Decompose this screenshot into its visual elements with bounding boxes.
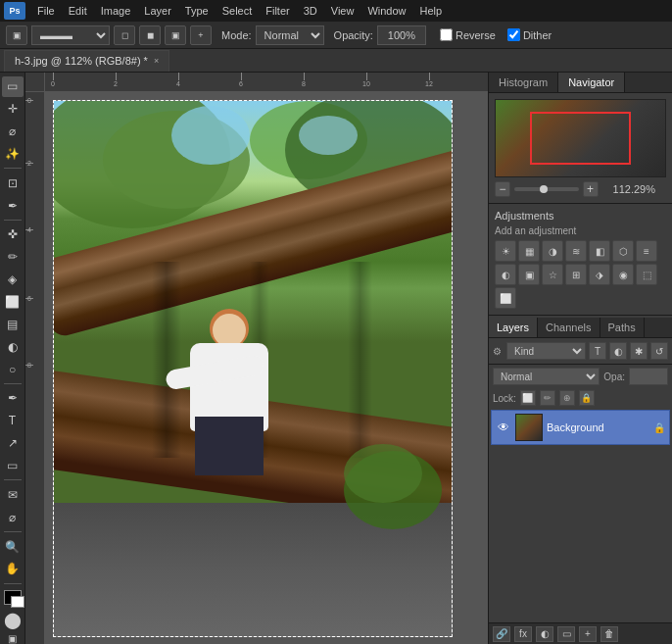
menu-edit[interactable]: Edit [63,3,93,19]
opacity-value[interactable] [629,368,668,385]
tool-move[interactable]: ✛ [2,99,24,120]
filter-kind-select[interactable]: Kind [506,342,586,360]
tool-shape[interactable]: ▭ [2,456,24,476]
tool-zoom[interactable]: 🔍 [2,536,24,557]
adj-exposure[interactable]: ≋ [565,240,587,262]
adj-brightness[interactable]: ☀ [495,240,516,262]
tab-paths[interactable]: Paths [600,318,645,337]
adj-gradient-map[interactable]: ⬜ [495,287,516,309]
tool-eyedropper[interactable]: ✒ [2,195,24,216]
adj-curves[interactable]: ◑ [542,240,563,262]
nav-slider-thumb[interactable] [540,185,548,193]
tool-path[interactable]: ↗ [2,433,24,454]
zoom-out-btn[interactable]: − [495,181,510,197]
menu-type[interactable]: Type [179,3,215,19]
opacity-input[interactable] [377,25,426,45]
screen-mode[interactable]: ▣ [8,633,17,644]
new-group-btn[interactable]: ▭ [557,626,575,642]
canvas-image[interactable] [53,100,453,637]
adj-threshold[interactable]: ⬚ [636,264,657,285]
tab-navigator[interactable]: Navigator [558,73,625,92]
document-tab[interactable]: h-3.jpg @ 112% (RGB/8#) * × [4,50,169,72]
adj-hsl[interactable]: ⬡ [612,240,634,262]
menu-window[interactable]: Window [361,3,411,19]
dither-checkbox[interactable]: Dither [507,28,552,41]
tool-hand[interactable]: ✋ [2,559,24,579]
adj-photofilter[interactable]: ▣ [518,264,540,285]
lock-all-btn[interactable]: ⊕ [559,390,575,406]
blend-mode-select[interactable]: Normal [493,368,600,385]
tool-lasso[interactable]: ⌀ [2,122,24,142]
tool-crop[interactable]: ⊡ [2,173,24,193]
tool-type[interactable]: T [2,411,24,431]
lock-padlock-btn[interactable]: 🔒 [579,390,595,406]
add-fx-btn[interactable]: fx [514,626,532,642]
layer-visibility-toggle[interactable]: 👁 [496,420,511,435]
add-link-btn[interactable]: 🔗 [493,626,510,642]
tool-blur[interactable]: ◐ [2,336,24,357]
adj-levels[interactable]: ▦ [518,240,540,262]
tool-clone[interactable]: ◈ [2,270,24,290]
adj-invert[interactable]: ⬗ [589,264,610,285]
tool-wand[interactable]: ✨ [2,144,24,165]
tool-note[interactable]: ✉ [2,484,24,505]
opt-square1[interactable]: ◻ [114,25,135,45]
adj-vibrance[interactable]: ◧ [589,240,610,262]
fg-color[interactable] [4,590,22,605]
tool-pen[interactable]: ✒ [2,388,24,409]
layer-filter-refresh-btn[interactable]: ↺ [650,342,668,360]
zoom-in-btn[interactable]: + [583,181,599,197]
tab-layers[interactable]: Layers [489,318,538,337]
adj-channelmixer[interactable]: ☆ [542,264,563,285]
tool-marquee[interactable]: ▭ [2,76,24,97]
bg-color[interactable] [11,596,24,608]
delete-layer-btn[interactable]: 🗑 [600,626,618,642]
layer-filter-smart-btn[interactable]: ✱ [630,342,648,360]
adjustments-panel: Adjustments Add an adjustment ☀ ▦ ◑ ≋ ◧ … [489,204,672,316]
opt-plus[interactable]: + [190,25,212,45]
tab-channels[interactable]: Channels [538,318,600,337]
tool-heal[interactable]: ✜ [2,224,24,245]
mode-label: Mode: [221,29,252,41]
brush-preset-select[interactable]: ▬▬▬ [31,25,110,45]
menu-3d[interactable]: 3D [298,3,323,19]
quick-mask[interactable]: ⬤ [4,611,22,629]
tool-eraser[interactable]: ⬜ [2,292,24,313]
main-area: ▭ ✛ ⌀ ✨ ⊡ ✒ ✜ ✏ ◈ ⬜ ▤ ◐ ○ ✒ T ↗ ▭ ✉ ⌀ 🔍 … [0,73,672,644]
canvas-content[interactable] [45,92,488,644]
tool-gradient[interactable]: ▤ [2,315,24,335]
lock-position-btn[interactable]: ✏ [540,390,555,406]
tab-close-btn[interactable]: × [154,56,159,66]
menu-view[interactable]: View [325,3,360,19]
layer-item-background[interactable]: 👁 Background 🔒 [491,410,670,445]
adj-posterize[interactable]: ◉ [612,264,634,285]
tool-measure[interactable]: ⌀ [2,507,24,527]
tool-preset-btn[interactable]: ▣ [6,25,27,45]
menu-layer[interactable]: Layer [138,3,177,19]
layers-controls: ⚙ Kind T ◐ ✱ ↺ [489,338,672,365]
reverse-checkbox[interactable]: Reverse [440,28,496,41]
adj-bw[interactable]: ◐ [495,264,516,285]
opt-square3[interactable]: ▣ [165,25,186,45]
adjustment-icons-row2: ◐ ▣ ☆ ⊞ ⬗ ◉ ⬚ ⬜ [495,264,666,309]
menu-select[interactable]: Select [216,3,259,19]
menu-help[interactable]: Help [414,3,449,19]
layer-filter-type-btn[interactable]: T [589,342,606,360]
mode-select[interactable]: Normal [256,25,324,45]
tab-histogram[interactable]: Histogram [489,73,558,92]
lock-pixels-btn[interactable]: ⬜ [520,390,536,406]
new-layer-btn[interactable]: + [579,626,597,642]
opt-square2[interactable]: ◼ [139,25,161,45]
tool-brush[interactable]: ✏ [2,247,24,268]
adj-colorbalance[interactable]: ≡ [636,240,657,262]
menu-filter[interactable]: Filter [260,3,295,19]
canvas-area[interactable]: 0 2 4 6 8 10 12 0 2 4 6 8 [25,73,488,644]
add-mask-btn[interactable]: ◐ [536,626,553,642]
nav-zoom-slider[interactable] [514,187,579,191]
layer-filter-adj-btn[interactable]: ◐ [609,342,627,360]
person-face [213,314,246,347]
menu-image[interactable]: Image [95,3,137,19]
tool-dodge[interactable]: ○ [2,359,24,379]
menu-file[interactable]: File [31,3,61,19]
adj-colllookup[interactable]: ⊞ [565,264,587,285]
